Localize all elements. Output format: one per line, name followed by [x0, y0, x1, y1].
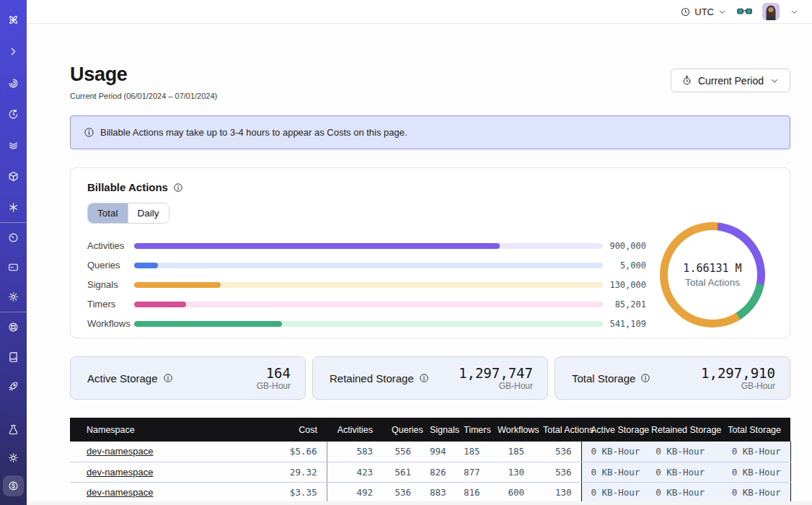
- cube-icon[interactable]: [3, 166, 24, 187]
- cell-timers: 816: [454, 482, 488, 502]
- page-title: Usage: [70, 63, 217, 86]
- chevron-down-icon: [769, 76, 780, 86]
- temporal-logo-icon[interactable]: [3, 9, 24, 30]
- glasses-icon[interactable]: [737, 6, 752, 17]
- total-actions-donut: 1.66131 M Total Actions: [660, 222, 765, 328]
- col-namespace: Namespace: [70, 418, 269, 442]
- support-lifering-icon[interactable]: [3, 317, 24, 338]
- cell-total-actions: 130: [534, 482, 581, 502]
- bar-row-signals: Signals 130,000: [87, 275, 646, 294]
- page-subtitle: Current Period (06/01/2024 – 07/01/2024): [70, 92, 217, 100]
- settings-gear-icon[interactable]: [3, 286, 24, 307]
- cell-activities: 492: [327, 482, 382, 502]
- cell-activities: 423: [327, 462, 382, 482]
- cell-retained-storage: 0 KB-Hour: [642, 442, 714, 462]
- cell-active-storage: 0 KB-Hour: [581, 442, 642, 462]
- usage-gauge-icon[interactable]: [3, 227, 24, 248]
- cell-workflows: 600: [488, 482, 534, 502]
- col-signals: Signals: [420, 418, 454, 442]
- actions-asterisk-icon[interactable]: [3, 197, 24, 218]
- billing-card-icon[interactable]: [3, 257, 24, 278]
- cell-total-storage: 0 KB-Hour: [714, 462, 790, 482]
- cell-namespace: dev-namespace: [70, 462, 269, 482]
- info-icon[interactable]: [640, 373, 650, 383]
- cell-timers: 877: [454, 462, 488, 482]
- col-timers: Timers: [454, 418, 488, 442]
- getting-started-rocket-icon[interactable]: [3, 376, 24, 397]
- cell-signals: 883: [420, 482, 454, 502]
- namespaces-icon[interactable]: [3, 73, 24, 94]
- sidebar-divider: [0, 312, 27, 312]
- retained-storage-card: Retained Storage 1,297,747 GB-Hour: [312, 356, 548, 400]
- bar-value: 85,201: [603, 299, 646, 309]
- namespace-link[interactable]: dev-namespace: [87, 467, 154, 478]
- total-storage-card: Total Storage 1,297,910 GB-Hour: [555, 356, 790, 400]
- info-icon[interactable]: [173, 183, 183, 193]
- main-content: Usage Current Period (06/01/2024 – 07/01…: [27, 25, 812, 505]
- period-selector-button[interactable]: Current Period: [671, 69, 790, 92]
- storage-card-label: Total Storage: [572, 372, 635, 385]
- col-workflows: Workflows: [488, 418, 534, 442]
- cell-timers: 185: [454, 442, 488, 462]
- cell-cost: $5.66: [269, 442, 327, 462]
- tab-total[interactable]: Total: [88, 203, 128, 223]
- donut-center-value: 1.66131 M: [683, 262, 741, 275]
- col-activities: Activities: [327, 418, 382, 442]
- storage-card-unit: GB-Hour: [459, 381, 533, 391]
- col-total-storage: Total Storage: [714, 418, 790, 442]
- info-banner: Billable Actions may take up to 3-4 hour…: [70, 115, 790, 149]
- bar-label: Activities: [87, 240, 134, 251]
- topbar: UTC: [27, 0, 812, 24]
- bar-fill: [134, 321, 282, 327]
- bar-label: Timers: [87, 299, 134, 309]
- storage-card-value: 1,297,747: [459, 366, 533, 380]
- credits-dollar-icon[interactable]: [3, 475, 24, 496]
- timezone-selector[interactable]: UTC: [680, 6, 727, 17]
- labs-flask-icon[interactable]: [3, 419, 24, 440]
- col-total-actions: Total Actions: [534, 418, 581, 442]
- info-icon[interactable]: [163, 373, 173, 383]
- table-row: dev-namespace$3.354925368838166001300 KB…: [70, 482, 790, 502]
- total-daily-toggle: Total Daily: [87, 203, 169, 224]
- bar-track: [134, 302, 603, 307]
- info-icon[interactable]: [419, 373, 429, 383]
- billable-bar-chart: Activities 900,000 Queries 5,000 Signals…: [87, 236, 646, 333]
- billable-actions-title: Billable Actions: [87, 181, 168, 193]
- tab-daily[interactable]: Daily: [128, 203, 169, 223]
- table-row: dev-namespace29.324235618268771305360 KB…: [70, 462, 790, 482]
- bar-track: [134, 321, 603, 327]
- clock-icon: [680, 6, 691, 17]
- cell-activities: 583: [327, 442, 382, 462]
- info-icon: [84, 127, 94, 138]
- cell-namespace: dev-namespace: [70, 482, 269, 502]
- user-menu-chevron-icon[interactable]: [790, 7, 799, 17]
- storage-card-label: Active Storage: [87, 372, 158, 385]
- bar-row-workflows: Workflows 541,109: [87, 314, 646, 333]
- theme-sun-icon[interactable]: [3, 447, 24, 468]
- cell-total-actions: 536: [534, 442, 581, 462]
- collapse-chevron-icon[interactable]: [3, 41, 24, 62]
- cell-queries: 561: [382, 462, 420, 482]
- cell-namespace: dev-namespace: [70, 442, 269, 462]
- bar-fill: [134, 302, 186, 307]
- schedules-icon[interactable]: [3, 104, 24, 125]
- bar-value: 130,000: [603, 280, 646, 290]
- period-selector-label: Current Period: [698, 75, 764, 87]
- col-active-storage: Active Storage: [581, 418, 642, 442]
- cell-signals: 994: [420, 442, 454, 462]
- cell-active-storage: 0 KB-Hour: [581, 482, 642, 502]
- bar-fill: [134, 282, 221, 288]
- col-queries: Queries: [382, 418, 420, 442]
- bar-track: [134, 263, 603, 268]
- user-avatar[interactable]: [762, 3, 780, 20]
- namespace-link[interactable]: dev-namespace: [87, 487, 154, 498]
- sidebar-divider: [0, 222, 27, 223]
- storage-card-value: 1,297,910: [701, 366, 775, 380]
- bar-label: Queries: [87, 260, 134, 271]
- storage-card-label: Retained Storage: [330, 372, 414, 385]
- bar-label: Signals: [87, 279, 134, 290]
- docs-book-icon[interactable]: [3, 346, 24, 367]
- namespace-link[interactable]: dev-namespace: [87, 446, 154, 457]
- deployments-icon[interactable]: [3, 135, 24, 156]
- bottom-strip: [27, 501, 812, 505]
